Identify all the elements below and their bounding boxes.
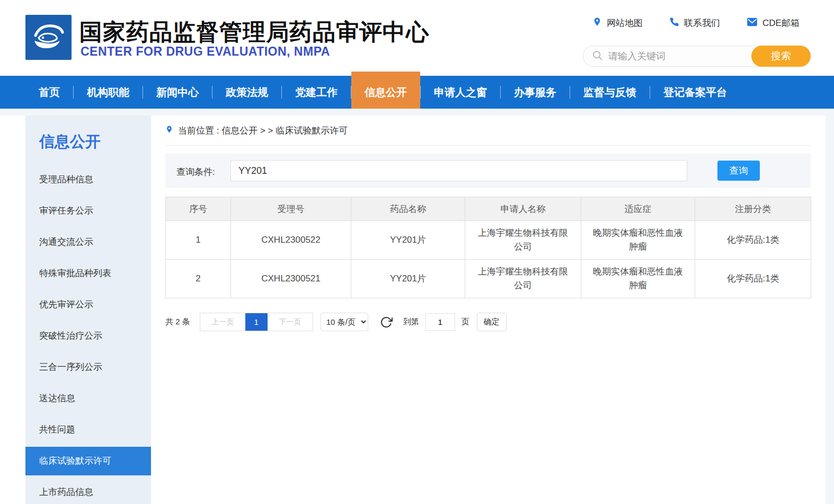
pagination-bar: 共 2 条 上一页 1 下一页 10 条/页 到第 页 确定 xyxy=(165,313,811,331)
sidebar-info-disclosure: 信息公开 受理品种信息 审评任务公示 沟通交流公示 特殊审批品种列表 优先审评公… xyxy=(25,116,151,504)
sidebar-item-priority-review[interactable]: 优先审评公示 xyxy=(25,289,151,320)
goto-page-label: 到第 xyxy=(403,317,419,327)
nav-item-home[interactable]: 首页 xyxy=(25,76,73,109)
cell-seq: 1 xyxy=(166,221,231,260)
sidebar-item-breakthrough-therapy[interactable]: 突破性治疗公示 xyxy=(25,320,151,351)
sitemap-label: 网站地图 xyxy=(607,17,643,29)
col-header-seq: 序号 xyxy=(166,197,231,221)
main-nav: 首页 机构职能 新闻中心 政策法规 党建工作 信息公开 申请人之窗 办事服务 监… xyxy=(0,76,834,109)
nav-item-party-building[interactable]: 党建工作 xyxy=(282,76,351,109)
col-header-acceptance-no: 受理号 xyxy=(231,197,351,221)
sitemap-link[interactable]: 网站地图 xyxy=(592,16,643,30)
cell-applicant: 上海宇耀生物科技有限公司 xyxy=(465,221,581,260)
breadcrumb: 当前位置 : 信息公开 > > 临床试验默示许可 xyxy=(165,124,811,146)
header-quick-links: 网站地图 联系我们 CDE邮箱 xyxy=(592,16,800,30)
search-input[interactable] xyxy=(603,51,751,62)
results-table: 序号 受理号 药品名称 申请人名称 适应症 注册分类 1 CXHL2300522… xyxy=(165,197,811,298)
nav-gap-strip xyxy=(0,109,834,116)
pagination-total: 共 2 条 xyxy=(165,317,190,327)
page-size-select[interactable]: 10 条/页 xyxy=(321,313,368,331)
cell-registration-class: 化学药品:1类 xyxy=(695,221,811,260)
cell-registration-class: 化学药品:1类 xyxy=(695,260,811,298)
main-content: 当前位置 : 信息公开 > > 临床试验默示许可 查询条件: 查询 序号 受理号… xyxy=(165,124,811,331)
refresh-icon[interactable] xyxy=(380,316,393,329)
breadcrumb-text: 当前位置 : 信息公开 > > 临床试验默示许可 xyxy=(178,125,348,137)
nav-item-news[interactable]: 新闻中心 xyxy=(143,76,212,109)
envelope-icon xyxy=(747,17,758,29)
cde-mail-label: CDE邮箱 xyxy=(762,17,800,29)
col-header-applicant: 申请人名称 xyxy=(465,197,581,221)
site-subtitle: CENTER FOR DRUG EVALUATION, NMPA xyxy=(81,45,330,59)
cde-logo xyxy=(25,15,72,60)
nav-item-supervision-feedback[interactable]: 监督与反馈 xyxy=(570,76,650,109)
cell-drug-name: YY201片 xyxy=(351,221,465,260)
breadcrumb-pin-icon xyxy=(165,124,173,137)
cell-acceptance-no: CXHL2300521 xyxy=(231,260,351,298)
goto-page-suffix: 页 xyxy=(462,317,469,327)
table-row: 2 CXHL2300521 YY201片 上海宇耀生物科技有限公司 晚期实体瘤和… xyxy=(166,260,811,298)
sidebar-item-marketed-drugs[interactable]: 上市药品信息 xyxy=(25,476,151,504)
current-page-button[interactable]: 1 xyxy=(245,313,268,331)
table-row: 1 CXHL2300522 YY201片 上海宇耀生物科技有限公司 晚期实体瘤和… xyxy=(166,221,811,260)
nav-item-info-disclosure[interactable]: 信息公开 xyxy=(351,72,420,109)
goto-page-input[interactable] xyxy=(425,313,455,331)
cell-drug-name: YY201片 xyxy=(351,260,465,298)
prev-page-button[interactable]: 上一页 xyxy=(200,313,245,331)
cell-applicant: 上海宇耀生物科技有限公司 xyxy=(465,260,581,298)
col-header-drug-name: 药品名称 xyxy=(351,197,465,221)
sidebar-item-three-in-one[interactable]: 三合一序列公示 xyxy=(25,351,151,383)
nav-item-functions[interactable]: 机构职能 xyxy=(74,76,143,109)
sidebar-item-special-approval[interactable]: 特殊审批品种列表 xyxy=(25,258,151,289)
sidebar-title: 信息公开 xyxy=(25,116,151,164)
site-search: 搜索 xyxy=(583,46,811,67)
contact-link[interactable]: 联系我们 xyxy=(669,17,720,30)
fish-logo-icon xyxy=(31,22,66,54)
table-header-row: 序号 受理号 药品名称 申请人名称 适应症 注册分类 xyxy=(166,197,811,221)
search-button[interactable]: 搜索 xyxy=(751,46,811,67)
contact-label: 联系我们 xyxy=(684,17,720,29)
phone-icon xyxy=(669,17,679,30)
cell-indication: 晚期实体瘤和恶性血液肿瘤 xyxy=(581,260,695,298)
col-header-indication: 适应症 xyxy=(581,197,695,221)
next-page-button[interactable]: 下一页 xyxy=(268,313,313,331)
cde-mail-link[interactable]: CDE邮箱 xyxy=(747,17,800,29)
page: 国家药品监督管理局药品审评中心 CENTER FOR DRUG EVALUATI… xyxy=(0,0,834,504)
nav-item-services[interactable]: 办事服务 xyxy=(501,76,570,109)
sidebar-item-review-tasks[interactable]: 审评任务公示 xyxy=(25,195,151,226)
query-panel: 查询条件: 查询 xyxy=(165,154,811,188)
cell-seq: 2 xyxy=(166,260,231,298)
query-label: 查询条件: xyxy=(176,166,215,178)
search-icon xyxy=(583,50,603,63)
col-header-registration-class: 注册分类 xyxy=(695,197,811,221)
sidebar-item-communication[interactable]: 沟通交流公示 xyxy=(25,226,151,258)
nav-item-policies[interactable]: 政策法规 xyxy=(212,76,281,109)
sidebar-item-clinical-trial-implied-license[interactable]: 临床试验默示许可 xyxy=(25,447,151,475)
cell-indication: 晚期实体瘤和恶性血液肿瘤 xyxy=(581,221,695,260)
pager-group: 上一页 1 下一页 xyxy=(200,313,313,331)
query-button[interactable]: 查询 xyxy=(717,161,760,181)
scrollbar-track[interactable] xyxy=(826,109,834,504)
location-pin-icon xyxy=(592,16,602,30)
goto-confirm-button[interactable]: 确定 xyxy=(477,313,507,331)
nav-item-registration-platform[interactable]: 登记备案平台 xyxy=(650,76,740,109)
sidebar-item-accepted-products[interactable]: 受理品种信息 xyxy=(25,164,151,195)
sidebar-item-delivery-info[interactable]: 送达信息 xyxy=(25,383,151,414)
sidebar-item-common-issues[interactable]: 共性问题 xyxy=(25,414,151,445)
nav-item-applicant-window[interactable]: 申请人之窗 xyxy=(421,76,500,109)
site-title: 国家药品监督管理局药品审评中心 xyxy=(79,17,429,48)
query-input[interactable] xyxy=(230,160,687,181)
cell-acceptance-no: CXHL2300522 xyxy=(231,221,351,260)
